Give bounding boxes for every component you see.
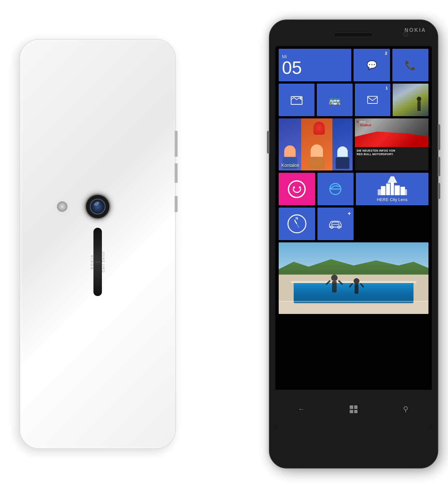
earpiece [334, 33, 373, 37]
front-volume-up-button[interactable] [438, 124, 440, 150]
phone-icon: 📞 [405, 60, 416, 71]
win-sq-2 [354, 405, 358, 409]
scene: NOKIA | Carl Zeiss NOKIA [0, 0, 448, 488]
tile-compass[interactable]: N [279, 208, 315, 240]
camera-module: NOKIA | Carl Zeiss [75, 192, 120, 296]
win-sq-3 [350, 410, 353, 413]
svg-rect-2 [368, 96, 377, 103]
tile-photo-person[interactable] [393, 84, 428, 116]
pictures-icon [291, 95, 302, 105]
mail-icon [367, 96, 378, 104]
tile-pictures[interactable] [279, 84, 315, 116]
city-silhouette-icon [378, 176, 407, 196]
smiley-icon [288, 180, 306, 198]
front-camera-button[interactable] [438, 183, 440, 199]
svg-rect-10 [400, 187, 405, 195]
phone-back: NOKIA | Carl Zeiss [20, 39, 176, 449]
camera-button[interactable] [175, 196, 178, 212]
win-sq-4 [354, 410, 358, 413]
camera-lens [85, 194, 111, 220]
contacts-label: Kontakte [281, 163, 299, 168]
svg-rect-7 [386, 183, 390, 195]
screen[interactable]: Mi 05 💬 2 📞 [275, 46, 432, 429]
svg-rect-6 [381, 186, 385, 195]
tiles-area: Mi 05 💬 2 📞 [275, 46, 432, 390]
windows-button[interactable] [345, 401, 362, 417]
camera-lens-inner [90, 199, 105, 214]
volume-up-button[interactable] [175, 131, 178, 157]
car-icon [328, 219, 343, 229]
messaging-badge: 2 [385, 51, 387, 56]
nokia-text-back: NOKIA [90, 254, 94, 269]
svg-rect-11 [378, 189, 381, 195]
back-button[interactable]: ← [293, 401, 310, 417]
here-city-icon [378, 176, 407, 196]
svg-rect-9 [395, 185, 400, 195]
ie-icon [329, 182, 342, 196]
win-sq-1 [350, 405, 353, 409]
search-button[interactable]: ⚲ [398, 401, 414, 417]
messaging-icon: 💬 [367, 60, 377, 70]
person2-silhouette [354, 278, 359, 294]
mail-badge: 1 [385, 86, 388, 90]
pool-scene [279, 242, 428, 314]
row-photo [279, 242, 428, 314]
camera-lens-glare [93, 201, 100, 207]
pool-railing [279, 301, 428, 314]
navigation-bar: ← ⚲ [275, 390, 432, 429]
tile-mail[interactable]: 1 [355, 84, 391, 116]
tile-placeholder [356, 208, 428, 240]
tile-transit[interactable]: 🚌 [317, 84, 353, 116]
tile-phone[interactable]: 📞 [392, 49, 429, 81]
zeiss-text: Carl Zeiss [102, 251, 105, 272]
day-number: 05 [282, 59, 302, 76]
compass-north-label: N [296, 216, 298, 220]
camera-flash [57, 201, 67, 212]
tile-contacts[interactable]: Kontakte [279, 118, 353, 170]
power-button[interactable] [267, 131, 270, 154]
tile-drive[interactable]: + [317, 208, 354, 240]
person1-silhouette [331, 275, 338, 292]
tile-messaging[interactable]: 💬 2 [354, 49, 390, 81]
volume-down-button[interactable] [175, 163, 178, 183]
phone-front: NOKIA Mi 05 [269, 20, 438, 468]
front-volume-down-button[interactable] [438, 157, 440, 176]
bus-icon: 🚌 [329, 94, 341, 106]
tile-datetime[interactable]: Mi 05 [279, 49, 351, 81]
svg-rect-1 [300, 97, 301, 99]
svg-rect-8 [391, 182, 394, 195]
nokia-brand-label: NOKIA [404, 27, 426, 33]
tile-redbull[interactable]: WORLD OF RedBull DIE NEUESTEN INFOS VONR… [355, 118, 429, 170]
drive-plus-icon: + [347, 210, 351, 217]
tile-here-city-lens[interactable]: HERE City Lens [356, 173, 428, 205]
svg-marker-5 [387, 176, 397, 183]
windows-phone-screen: Mi 05 💬 2 📞 [275, 46, 432, 429]
smiley-mouth [293, 188, 301, 193]
tile-people-hub[interactable] [279, 173, 315, 205]
compass-needle [294, 220, 300, 228]
windows-icon [350, 405, 357, 413]
tile-pool-photo[interactable] [279, 242, 428, 314]
svg-rect-12 [404, 189, 407, 195]
compass-icon: N [287, 214, 306, 233]
tile-internet-explorer[interactable] [317, 173, 354, 205]
here-city-lens-label: HERE City Lens [377, 197, 408, 202]
redbull-description: DIE NEUESTEN INFOS VONRED BULL MOTORSPOR… [357, 149, 396, 156]
